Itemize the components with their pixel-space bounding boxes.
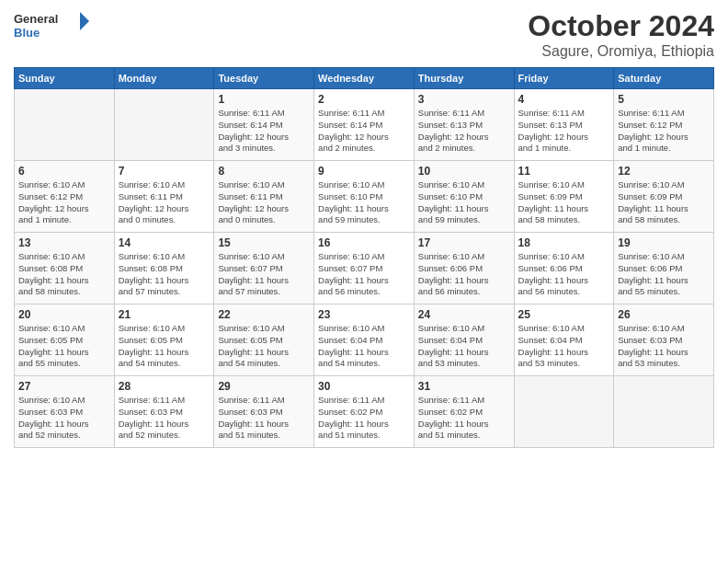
day-cell: 21Sunrise: 6:10 AM Sunset: 6:05 PM Dayli…: [114, 304, 214, 376]
calendar-table: SundayMondayTuesdayWednesdayThursdayFrid…: [14, 67, 714, 448]
day-cell: 4Sunrise: 6:11 AM Sunset: 6:13 PM Daylig…: [514, 89, 614, 161]
day-number: 27: [18, 380, 110, 393]
day-detail: Sunrise: 6:11 AM Sunset: 6:02 PM Dayligh…: [418, 395, 510, 442]
day-cell: 7Sunrise: 6:10 AM Sunset: 6:11 PM Daylig…: [114, 161, 214, 233]
svg-marker-2: [80, 12, 89, 30]
day-cell: 28Sunrise: 6:11 AM Sunset: 6:03 PM Dayli…: [114, 376, 214, 448]
day-detail: Sunrise: 6:10 AM Sunset: 6:04 PM Dayligh…: [418, 323, 510, 370]
day-detail: Sunrise: 6:10 AM Sunset: 6:06 PM Dayligh…: [618, 251, 710, 298]
day-number: 28: [119, 380, 210, 393]
day-detail: Sunrise: 6:10 AM Sunset: 6:09 PM Dayligh…: [618, 179, 710, 226]
day-number: 26: [618, 308, 710, 321]
day-cell: [514, 376, 614, 448]
day-detail: Sunrise: 6:10 AM Sunset: 6:03 PM Dayligh…: [618, 323, 710, 370]
day-detail: Sunrise: 6:10 AM Sunset: 6:06 PM Dayligh…: [518, 251, 610, 298]
day-number: 24: [418, 308, 510, 321]
day-cell: 10Sunrise: 6:10 AM Sunset: 6:10 PM Dayli…: [414, 161, 514, 233]
day-detail: Sunrise: 6:10 AM Sunset: 6:08 PM Dayligh…: [119, 251, 210, 298]
day-number: 15: [218, 236, 310, 249]
day-detail: Sunrise: 6:10 AM Sunset: 6:05 PM Dayligh…: [218, 323, 310, 370]
day-cell: [614, 376, 714, 448]
day-cell: 1Sunrise: 6:11 AM Sunset: 6:14 PM Daylig…: [214, 89, 314, 161]
day-number: 3: [418, 93, 510, 106]
day-detail: Sunrise: 6:10 AM Sunset: 6:10 PM Dayligh…: [318, 179, 410, 226]
day-number: 16: [318, 236, 410, 249]
day-detail: Sunrise: 6:11 AM Sunset: 6:12 PM Dayligh…: [618, 108, 710, 155]
day-detail: Sunrise: 6:11 AM Sunset: 6:02 PM Dayligh…: [318, 395, 410, 442]
day-number: 14: [119, 236, 210, 249]
week-row-5: 27Sunrise: 6:10 AM Sunset: 6:03 PM Dayli…: [15, 376, 714, 448]
day-detail: Sunrise: 6:10 AM Sunset: 6:07 PM Dayligh…: [318, 251, 410, 298]
day-cell: 8Sunrise: 6:10 AM Sunset: 6:11 PM Daylig…: [214, 161, 314, 233]
day-detail: Sunrise: 6:10 AM Sunset: 6:11 PM Dayligh…: [119, 179, 210, 226]
day-header-thursday: Thursday: [414, 68, 514, 89]
day-detail: Sunrise: 6:10 AM Sunset: 6:03 PM Dayligh…: [18, 395, 110, 442]
day-number: 31: [418, 380, 510, 393]
day-cell: 11Sunrise: 6:10 AM Sunset: 6:09 PM Dayli…: [514, 161, 614, 233]
day-number: 11: [518, 165, 610, 178]
day-header-sunday: Sunday: [15, 68, 115, 89]
week-row-3: 13Sunrise: 6:10 AM Sunset: 6:08 PM Dayli…: [15, 233, 714, 304]
day-detail: Sunrise: 6:11 AM Sunset: 6:13 PM Dayligh…: [518, 108, 610, 155]
day-detail: Sunrise: 6:11 AM Sunset: 6:14 PM Dayligh…: [318, 108, 410, 155]
day-cell: 3Sunrise: 6:11 AM Sunset: 6:13 PM Daylig…: [414, 89, 514, 161]
day-cell: 6Sunrise: 6:10 AM Sunset: 6:12 PM Daylig…: [15, 161, 115, 233]
day-cell: 14Sunrise: 6:10 AM Sunset: 6:08 PM Dayli…: [114, 233, 214, 304]
day-detail: Sunrise: 6:11 AM Sunset: 6:14 PM Dayligh…: [218, 108, 310, 155]
day-number: 6: [18, 165, 110, 178]
day-cell: 18Sunrise: 6:10 AM Sunset: 6:06 PM Dayli…: [514, 233, 614, 304]
day-cell: 23Sunrise: 6:10 AM Sunset: 6:04 PM Dayli…: [314, 304, 415, 376]
day-cell: 17Sunrise: 6:10 AM Sunset: 6:06 PM Dayli…: [414, 233, 514, 304]
day-cell: 26Sunrise: 6:10 AM Sunset: 6:03 PM Dayli…: [614, 304, 714, 376]
day-detail: Sunrise: 6:10 AM Sunset: 6:05 PM Dayligh…: [119, 323, 210, 370]
day-detail: Sunrise: 6:11 AM Sunset: 6:03 PM Dayligh…: [218, 395, 310, 442]
day-detail: Sunrise: 6:10 AM Sunset: 6:06 PM Dayligh…: [418, 251, 510, 298]
day-number: 25: [518, 308, 610, 321]
day-number: 20: [18, 308, 110, 321]
day-number: 18: [518, 236, 610, 249]
day-cell: 13Sunrise: 6:10 AM Sunset: 6:08 PM Dayli…: [15, 233, 115, 304]
day-cell: [15, 89, 115, 161]
title-block: October 2024 Sagure, Oromiya, Ethiopia: [528, 9, 714, 60]
day-number: 7: [119, 165, 210, 178]
day-detail: Sunrise: 6:10 AM Sunset: 6:07 PM Dayligh…: [218, 251, 310, 298]
day-cell: 16Sunrise: 6:10 AM Sunset: 6:07 PM Dayli…: [314, 233, 415, 304]
day-detail: Sunrise: 6:10 AM Sunset: 6:11 PM Dayligh…: [218, 179, 310, 226]
day-cell: [114, 89, 214, 161]
day-cell: 9Sunrise: 6:10 AM Sunset: 6:10 PM Daylig…: [314, 161, 415, 233]
week-row-1: 1Sunrise: 6:11 AM Sunset: 6:14 PM Daylig…: [15, 89, 714, 161]
day-detail: Sunrise: 6:11 AM Sunset: 6:03 PM Dayligh…: [119, 395, 210, 442]
day-detail: Sunrise: 6:10 AM Sunset: 6:05 PM Dayligh…: [18, 323, 110, 370]
day-number: 2: [318, 93, 410, 106]
day-number: 13: [18, 236, 110, 249]
day-header-saturday: Saturday: [614, 68, 714, 89]
month-title: October 2024: [528, 9, 714, 43]
day-detail: Sunrise: 6:10 AM Sunset: 6:09 PM Dayligh…: [518, 179, 610, 226]
day-cell: 15Sunrise: 6:10 AM Sunset: 6:07 PM Dayli…: [214, 233, 314, 304]
day-cell: 24Sunrise: 6:10 AM Sunset: 6:04 PM Dayli…: [414, 304, 514, 376]
day-number: 19: [618, 236, 710, 249]
day-cell: 20Sunrise: 6:10 AM Sunset: 6:05 PM Dayli…: [15, 304, 115, 376]
day-number: 21: [119, 308, 210, 321]
svg-text:Blue: Blue: [14, 26, 40, 40]
day-header-monday: Monday: [114, 68, 214, 89]
day-detail: Sunrise: 6:10 AM Sunset: 6:04 PM Dayligh…: [518, 323, 610, 370]
day-cell: 31Sunrise: 6:11 AM Sunset: 6:02 PM Dayli…: [414, 376, 514, 448]
day-number: 17: [418, 236, 510, 249]
day-detail: Sunrise: 6:10 AM Sunset: 6:10 PM Dayligh…: [418, 179, 510, 226]
day-number: 29: [218, 380, 310, 393]
day-cell: 30Sunrise: 6:11 AM Sunset: 6:02 PM Dayli…: [314, 376, 415, 448]
day-cell: 5Sunrise: 6:11 AM Sunset: 6:12 PM Daylig…: [614, 89, 714, 161]
day-number: 8: [218, 165, 310, 178]
day-cell: 27Sunrise: 6:10 AM Sunset: 6:03 PM Dayli…: [15, 376, 115, 448]
location-subtitle: Sagure, Oromiya, Ethiopia: [528, 43, 714, 60]
day-detail: Sunrise: 6:10 AM Sunset: 6:12 PM Dayligh…: [18, 179, 110, 226]
day-number: 4: [518, 93, 610, 106]
week-row-4: 20Sunrise: 6:10 AM Sunset: 6:05 PM Dayli…: [15, 304, 714, 376]
day-header-friday: Friday: [514, 68, 614, 89]
logo: General Blue: [14, 9, 97, 42]
day-detail: Sunrise: 6:10 AM Sunset: 6:08 PM Dayligh…: [18, 251, 110, 298]
day-number: 12: [618, 165, 710, 178]
page-header: General Blue October 2024 Sagure, Oromiy…: [14, 9, 714, 60]
day-cell: 22Sunrise: 6:10 AM Sunset: 6:05 PM Dayli…: [214, 304, 314, 376]
